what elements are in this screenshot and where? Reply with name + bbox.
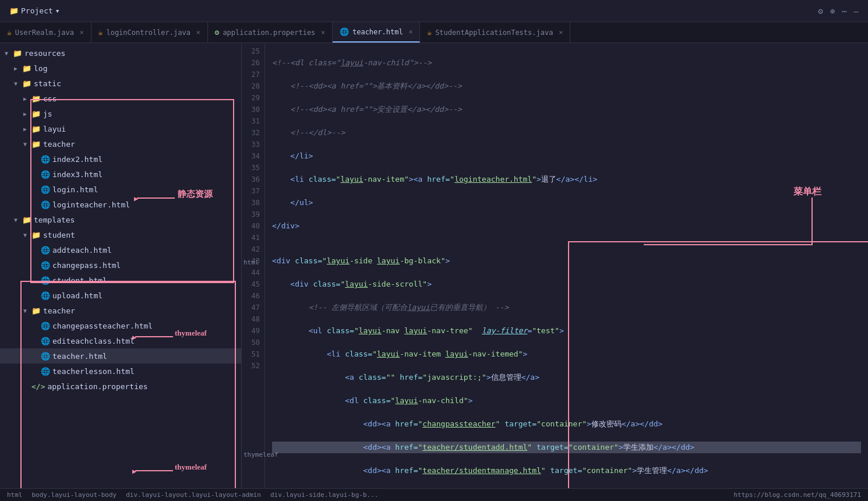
tree-item-student-html[interactable]: 🌐 student.html — [0, 273, 241, 288]
tab-label: StudentApplicationTests.java — [435, 29, 553, 37]
tree-item-label: login.html — [52, 185, 98, 194]
tab-close[interactable]: ✕ — [80, 29, 84, 36]
tree-item-student[interactable]: ▼ 📁 student — [0, 227, 241, 242]
folder-icon: 📁 — [22, 64, 31, 73]
tree-item-log[interactable]: ▶ 📁 log — [0, 61, 241, 76]
arrow-icon — [33, 338, 41, 344]
tab-close[interactable]: ✕ — [559, 29, 563, 36]
code-content: 2526272829 3031323334 3536373839 4041424… — [242, 43, 868, 488]
folder-icon: 📁 — [22, 216, 31, 224]
tree-item-label: changepassteacher.html — [52, 322, 153, 330]
tab-application-props[interactable]: ⚙ application.properties ✕ — [208, 22, 333, 43]
tree-item-resources[interactable]: ▼ 📁 resources — [0, 45, 241, 61]
folder-icon: 📁 — [31, 231, 41, 239]
tab-close[interactable]: ✕ — [321, 29, 325, 36]
tree-item-index2[interactable]: 🌐 index2.html — [0, 151, 241, 167]
top-bar: 📁 Project ▾ ⚙ ⊕ ⋯ — — [0, 0, 868, 22]
tree-item-label: teacherlesson.html — [52, 367, 135, 376]
tree-item-static[interactable]: ▼ 📁 static — [0, 76, 241, 91]
folder-icon: 📁 — [31, 306, 41, 315]
tab-logincontroller[interactable]: ☕ loginController.java ✕ — [91, 22, 208, 43]
html-file-icon: 🌐 — [41, 185, 50, 194]
html-file-icon: 🌐 — [41, 200, 50, 209]
arrow-icon: ▼ — [23, 232, 31, 238]
tree-item-label: index3.html — [52, 170, 103, 179]
html-file-icon: 🌐 — [41, 291, 50, 300]
arrow-icon — [33, 323, 41, 329]
html-file-icon: 🌐 — [41, 337, 50, 345]
arrow-icon: ▶ — [14, 65, 22, 72]
tree-item-label: loginteacher.html — [52, 200, 130, 209]
arrow-icon — [33, 156, 41, 163]
arrow-icon — [33, 262, 41, 269]
project-title[interactable]: 📁 Project ▾ — [5, 6, 65, 15]
project-title-text: Project — [21, 6, 53, 15]
arrow-icon — [33, 353, 41, 359]
tab-label: UserRealm.java — [15, 29, 74, 37]
html-icon: 🌐 — [340, 27, 349, 36]
html-file-icon: 🌐 — [41, 246, 50, 255]
tree-item-js[interactable]: ▶ 📁 js — [0, 106, 241, 121]
tab-student-tests[interactable]: ☕ StudentApplicationTests.java ✕ — [420, 22, 570, 43]
tree-item-label: application.properties — [47, 382, 147, 391]
tab-teacher-html[interactable]: 🌐 teacher.html ✕ — [333, 22, 420, 43]
tab-close[interactable]: ✕ — [409, 28, 413, 36]
html-label: html — [244, 259, 259, 266]
thymeleaf-label: thymeleaf — [244, 451, 278, 458]
props-icon: ⚙ — [215, 28, 220, 37]
tab-userrealm[interactable]: ☕ UserRealm.java ✕ — [0, 22, 91, 43]
tree-item-loginteacher[interactable]: 🌐 loginteacher.html — [0, 197, 241, 212]
minimize-icon[interactable]: — — [854, 6, 859, 16]
tab-close[interactable]: ✕ — [196, 29, 200, 36]
tree-item-app-props[interactable]: </> application.properties — [0, 379, 241, 394]
tree-item-layui[interactable]: ▶ 📁 layui — [0, 121, 241, 136]
target-icon[interactable]: ⊕ — [830, 6, 835, 16]
main-area: 静态资源 ▶ thymeleaf ▶ thymeleaf ▶ ▼ 📁 resou… — [0, 43, 868, 488]
arrow-icon — [33, 368, 41, 375]
tree-item-upload[interactable]: 🌐 upload.html — [0, 288, 241, 303]
tree-item-label: templates — [34, 216, 75, 224]
tree-item-changepassteacher[interactable]: 🌐 changepassteacher.html — [0, 318, 241, 333]
tree-item-addteach[interactable]: 🌐 addteach.html — [0, 242, 241, 257]
arrow-icon — [33, 171, 41, 178]
folder-icon: 📁 — [13, 49, 22, 58]
top-icons: ⚙ ⊕ ⋯ — — [818, 6, 863, 16]
tree-item-changepass[interactable]: 🌐 changepass.html — [0, 257, 241, 273]
arrow-icon — [23, 383, 31, 390]
tree-item-teacher-html[interactable]: 🌐 teacher.html — [0, 348, 241, 364]
props-file-icon: </> — [31, 382, 45, 391]
html-file-icon: 🌐 — [41, 367, 50, 376]
tree-item-label: upload.html — [52, 291, 103, 300]
arrow-icon: ▶ — [23, 111, 31, 117]
tree-item-label: student.html — [52, 276, 107, 285]
settings-icon[interactable]: ⚙ — [818, 6, 823, 16]
tree-item-label: resources — [24, 49, 65, 58]
tree-item-index3[interactable]: 🌐 index3.html — [0, 167, 241, 182]
java-icon: ☕ — [7, 28, 12, 37]
tab-label: loginController.java — [106, 29, 190, 37]
tree-item-css[interactable]: ▶ 📁 css — [0, 91, 241, 106]
tabs-bar: ☕ UserRealm.java ✕ ☕ loginController.jav… — [0, 22, 868, 43]
tree-item-label: js — [43, 110, 52, 118]
tree-item-templates[interactable]: ▼ 📁 templates — [0, 212, 241, 227]
folder-icon: 📁 — [31, 140, 41, 149]
tree-item-label: static — [34, 79, 61, 88]
arrow-icon: ▼ — [23, 141, 31, 147]
html-file-icon: 🌐 — [41, 155, 50, 164]
tree-item-label: log — [34, 64, 47, 73]
status-url[interactable]: https://blog.csdn.net/qq_40693171 — [733, 491, 861, 499]
status-bar: html body.layui-layout-body div.layui-la… — [0, 488, 868, 501]
arrow-icon — [33, 247, 41, 253]
html-file-icon: 🌐 — [41, 170, 50, 179]
tree-item-teacher-templates[interactable]: ▼ 📁 teacher — [0, 303, 241, 318]
project-dropdown-arrow[interactable]: ▾ — [55, 6, 60, 15]
tree-item-label: changepass.html — [52, 261, 121, 270]
tree-item-login[interactable]: 🌐 login.html — [0, 182, 241, 197]
more-icon[interactable]: ⋯ — [842, 6, 846, 16]
html-file-icon: 🌐 — [41, 352, 50, 361]
tree-item-teacher-static[interactable]: ▼ 📁 teacher — [0, 136, 241, 151]
tree-item-editeachclass[interactable]: 🌐 editeachclass.html — [0, 333, 241, 348]
project-folder-icon: 📁 — [9, 6, 19, 15]
tree-item-teacherlesson[interactable]: 🌐 teacherlesson.html — [0, 364, 241, 379]
tree-item-label: teacher — [43, 306, 75, 315]
